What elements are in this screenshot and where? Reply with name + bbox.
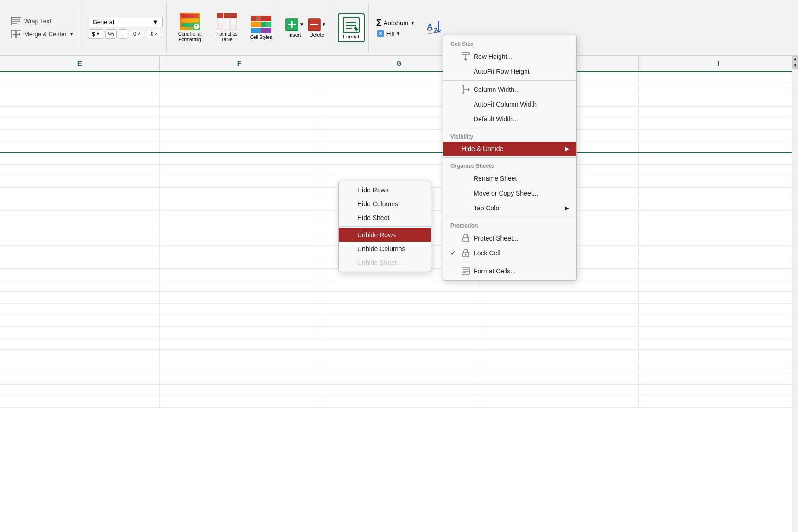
col-header-f[interactable]: F (160, 56, 320, 71)
default-width-item[interactable]: Default Width... (443, 112, 576, 127)
cell[interactable] (639, 130, 798, 141)
cell[interactable] (639, 350, 798, 361)
cell[interactable] (0, 153, 160, 164)
autosum-button[interactable]: Σ AutoSum ▼ (376, 18, 415, 28)
cell[interactable] (0, 165, 160, 176)
table-row[interactable] (0, 107, 798, 118)
cell[interactable] (0, 350, 160, 361)
protect-sheet-item[interactable]: Protect Sheet... (443, 231, 576, 246)
col-header-e[interactable]: E (0, 56, 160, 71)
cell[interactable] (319, 396, 479, 407)
cell[interactable] (0, 83, 160, 95)
cell[interactable] (160, 153, 320, 164)
table-row[interactable] (0, 141, 798, 153)
insert-button[interactable]: ▼ Insert (285, 18, 304, 38)
cell[interactable] (0, 199, 160, 210)
cell[interactable] (639, 361, 798, 373)
table-row[interactable] (0, 373, 798, 385)
cell[interactable] (639, 188, 798, 199)
cell[interactable] (160, 234, 320, 245)
cell[interactable] (639, 315, 798, 326)
cell[interactable] (639, 95, 798, 106)
cell[interactable] (160, 292, 320, 303)
scroll-down-arrow[interactable]: ▼ (792, 62, 798, 69)
cell[interactable] (319, 315, 479, 326)
cell[interactable] (0, 304, 160, 315)
cell[interactable] (0, 211, 160, 222)
cell[interactable] (160, 165, 320, 176)
cell[interactable] (160, 385, 320, 396)
cell[interactable] (639, 176, 798, 187)
cell[interactable] (319, 327, 479, 338)
cell[interactable] (160, 327, 320, 338)
cell[interactable] (0, 361, 160, 373)
table-row[interactable] (0, 280, 798, 292)
cell[interactable] (0, 107, 160, 118)
cell[interactable] (0, 95, 160, 106)
cell[interactable] (639, 107, 798, 118)
cell[interactable] (160, 222, 320, 234)
cell[interactable] (479, 292, 639, 303)
cell[interactable] (639, 83, 798, 95)
table-row[interactable] (0, 327, 798, 338)
cell[interactable] (0, 327, 160, 338)
cell[interactable] (160, 72, 320, 83)
cell[interactable] (479, 361, 639, 373)
table-row[interactable] (0, 338, 798, 350)
cell[interactable] (0, 118, 160, 129)
fill-dropdown-icon[interactable]: ▼ (396, 31, 400, 36)
cell[interactable] (160, 176, 320, 187)
cell[interactable] (0, 280, 160, 291)
increase-decimal-button[interactable]: .0↗ (129, 30, 144, 38)
cell[interactable] (0, 234, 160, 245)
cell[interactable] (160, 211, 320, 222)
cell[interactable] (639, 385, 798, 396)
cell[interactable] (639, 153, 798, 164)
wrap-text-button[interactable]: Wrap Text (8, 16, 77, 27)
cell[interactable] (0, 130, 160, 141)
percent-button[interactable]: % (105, 29, 117, 39)
decrease-decimal-button[interactable]: .0↙ (146, 30, 161, 38)
table-row[interactable] (0, 350, 798, 361)
cell[interactable] (0, 222, 160, 234)
cell[interactable] (160, 130, 320, 141)
format-cells-item[interactable]: Format Cells... (443, 264, 576, 279)
cell[interactable] (160, 269, 320, 280)
autofit-column-width-item[interactable]: AutoFit Column Width (443, 97, 576, 112)
cell[interactable] (0, 188, 160, 199)
merge-dropdown-icon[interactable]: ▼ (70, 32, 74, 37)
cell[interactable] (639, 280, 798, 291)
cell[interactable] (639, 257, 798, 268)
cell[interactable] (0, 269, 160, 280)
table-row[interactable] (0, 396, 798, 408)
cell[interactable] (160, 95, 320, 106)
number-format-dropdown[interactable]: General ▼ (89, 17, 163, 27)
table-row[interactable] (0, 385, 798, 396)
insert-dropdown-icon[interactable]: ▼ (299, 22, 304, 27)
cell[interactable] (0, 72, 160, 83)
cell[interactable] (160, 350, 320, 361)
cell[interactable] (639, 373, 798, 384)
cell[interactable] (319, 350, 479, 361)
cell[interactable] (479, 327, 639, 338)
sort-filter-button[interactable]: A Z (426, 19, 443, 36)
table-row[interactable] (0, 153, 798, 165)
cell[interactable] (160, 141, 320, 152)
cell[interactable] (639, 141, 798, 152)
delete-dropdown-icon[interactable]: ▼ (322, 22, 326, 27)
cell[interactable] (639, 246, 798, 257)
cell[interactable] (160, 188, 320, 199)
cell[interactable] (639, 292, 798, 303)
cell-styles-button[interactable]: Cell Styles (247, 14, 276, 42)
cell[interactable] (319, 361, 479, 373)
cell[interactable] (319, 304, 479, 315)
cell[interactable] (319, 373, 479, 384)
table-row[interactable] (0, 130, 798, 141)
table-row[interactable] (0, 304, 798, 315)
table-row[interactable] (0, 315, 798, 327)
cell[interactable] (319, 280, 479, 291)
cell[interactable] (479, 396, 639, 407)
cell[interactable] (639, 211, 798, 222)
autofit-row-height-item[interactable]: AutoFit Row Height (443, 64, 576, 79)
fill-button[interactable]: Fill ▼ (376, 29, 415, 38)
